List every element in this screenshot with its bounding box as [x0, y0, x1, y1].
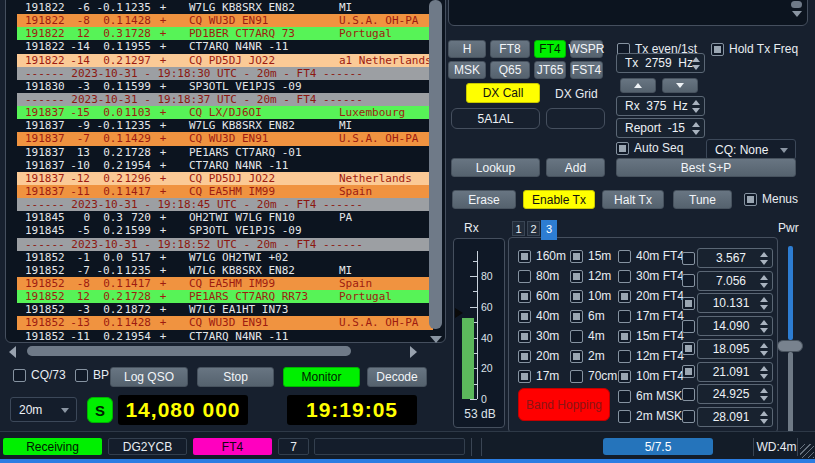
cq-select[interactable]: CQ: None [706, 139, 796, 160]
hop-freq-spin-arrows[interactable] [760, 366, 768, 379]
hop-freq-checkbox-28-091[interactable] [682, 410, 695, 424]
decode-row[interactable]: 191837-150.01103+CQ LX/DJ6OILuxembourg [17, 106, 433, 119]
decode-row[interactable]: 191852-110.21954+CT7ARQ N4NR -11 [17, 330, 433, 343]
spin-up-icon[interactable] [760, 343, 768, 348]
tx-freq-spin-arrows[interactable] [692, 57, 700, 70]
hop-freq-spinbox-10-131[interactable]: 10.131 [697, 293, 773, 313]
hop-freq-spin-arrows[interactable] [760, 320, 768, 333]
band-checkbox-4m[interactable]: 4m [570, 329, 605, 343]
band-checkbox-30m[interactable]: 30m [518, 329, 559, 343]
decode-row[interactable]: 191822-80.11428+CQ WU3D EN91U.S.A. OH-PA [17, 14, 433, 27]
band-select[interactable]: 20m [10, 397, 77, 422]
decode-row[interactable]: 191830-30.11599+SP3OTL VE1PJS -09 [17, 80, 433, 93]
resize-grip[interactable] [800, 444, 814, 458]
tab-1[interactable]: 1 [512, 221, 525, 236]
rx-freq-spin-arrows[interactable] [692, 100, 700, 113]
band-activity-vscrollbar[interactable] [429, 0, 442, 329]
decode-row[interactable]: 191852-10.0517+W7LG OH2TWI +02 [17, 251, 433, 264]
halt-tx-button[interactable]: Halt Tx [602, 190, 664, 209]
spin-up-icon[interactable] [760, 320, 768, 325]
decode-row[interactable]: 191845-50.21599+SP3OTL VE1PJS -09 [17, 224, 433, 237]
spin-up-icon[interactable] [760, 411, 768, 416]
pwr-slider[interactable] [777, 246, 803, 442]
dx-call-field[interactable]: 5A1AL [451, 108, 540, 129]
band-checkbox-12m[interactable]: 12m [570, 269, 611, 283]
mode-button-ft8[interactable]: FT8 [490, 40, 530, 58]
period-separator-row[interactable]: ------ 2023-10-31 - 19:18:37 UTC - 20m -… [17, 93, 433, 106]
hop-freq-spin-arrows[interactable] [760, 275, 768, 288]
band-checkbox-160m[interactable]: 160m [518, 249, 566, 263]
tab-3[interactable]: 3 [541, 220, 557, 237]
decode-row[interactable]: 191837-110.11417+CQ EA5HM IM99Spain [17, 185, 433, 198]
lookup-button[interactable]: Lookup [451, 158, 540, 177]
spin-down-icon[interactable] [692, 108, 700, 113]
spin-down-icon[interactable] [692, 130, 700, 135]
hop-freq-spinbox-7-056[interactable]: 7.056 [697, 271, 773, 291]
monitor-button[interactable]: Monitor [283, 367, 360, 387]
band-checkbox-40m[interactable]: 40m [518, 309, 559, 323]
mode-button-jt65[interactable]: JT65 [534, 61, 566, 79]
decode-row[interactable]: 191852-130.11428+CQ WU3D EN91U.S.A. OH-P… [17, 316, 433, 329]
period-separator-row[interactable]: ------ 2023-10-31 - 19:18:52 UTC - 20m -… [17, 238, 433, 251]
band-checkbox-6m[interactable]: 6m [570, 309, 605, 323]
erase-button[interactable]: Erase [452, 190, 516, 209]
hop-freq-spin-arrows[interactable] [760, 343, 768, 356]
band-checkbox-2m-msk[interactable]: 2m MSK [618, 409, 682, 423]
mode-button-msk[interactable]: MSK [448, 61, 486, 79]
band-checkbox-40m-ft4[interactable]: 40m FT4 [618, 249, 684, 263]
decode-row[interactable]: 191837-70.11429+CQ WU3D EN91U.S.A. OH-PA [17, 132, 433, 145]
hop-freq-spinbox-18-095[interactable]: 18.095 [697, 339, 773, 359]
bp-checkbox[interactable]: BP [75, 368, 109, 382]
spin-down-icon[interactable] [760, 419, 768, 424]
spin-down-icon[interactable] [760, 351, 768, 356]
hop-freq-checkbox-24-925[interactable] [682, 387, 695, 401]
band-checkbox-15m-ft4[interactable]: 15m FT4 [618, 329, 684, 343]
decode-row[interactable]: 191852120.21728+PE1ARS CT7ARQ RR73Portug… [17, 290, 433, 303]
hop-freq-checkbox-21-091[interactable] [682, 365, 695, 379]
band-checkbox-70cm[interactable]: 70cm [570, 369, 617, 383]
band-checkbox-60m[interactable]: 60m [518, 289, 559, 303]
hop-freq-spin-arrows[interactable] [760, 297, 768, 310]
spin-down-icon[interactable] [692, 65, 700, 70]
spin-up-icon[interactable] [692, 122, 700, 127]
decode-row[interactable]: 191822120.31728+PD1BER CT7ARQ 73Portugal [17, 27, 433, 40]
decode-row[interactable]: 191837-120.21296+CQ PD5DJ JO22Netherland… [17, 172, 433, 185]
band-checkbox-20m-ft4[interactable]: 20m FT4 [618, 289, 684, 303]
spin-up-icon[interactable] [692, 100, 700, 105]
hold-tx-freq-checkbox[interactable]: Hold Tx Freq [711, 42, 798, 56]
period-separator-row[interactable]: ------ 2023-10-31 - 19:18:30 UTC - 20m -… [17, 67, 433, 80]
decode-row[interactable]: 191852-7-0.11235+W7LG KB8SRX EN82MI [17, 264, 433, 277]
spin-down-icon[interactable] [760, 328, 768, 333]
report-spinbox[interactable]: Report -15 [616, 118, 705, 138]
hop-freq-spin-arrows[interactable] [760, 388, 768, 401]
decode-row[interactable]: 191837130.21728+PE1ARS CT7ARQ -01 [17, 146, 433, 159]
spin-down-icon[interactable] [760, 396, 768, 401]
decode-row[interactable]: 191852-30.21872+W7LG EA1HT IN73 [17, 303, 433, 316]
rx-freq-spinbox[interactable]: Rx 375 Hz [616, 96, 705, 116]
add-button[interactable]: Add [546, 158, 605, 177]
scroll-down-icon[interactable] [430, 336, 442, 343]
mode-button-fst4[interactable]: FST4 [570, 61, 603, 79]
decode-row[interactable]: 19184500.3720+OH2TWI W7LG FN10PA [17, 211, 433, 224]
log-qso-button[interactable]: Log QSO [110, 367, 188, 387]
rx-pane-scroll-down-icon[interactable] [792, 11, 802, 17]
band-checkbox-2m[interactable]: 2m [570, 349, 605, 363]
enable-tx-button[interactable]: Enable Tx [523, 190, 595, 209]
cq73-checkbox[interactable]: CQ/73 [13, 368, 66, 382]
tx-freq-spinbox[interactable]: Tx 2759 Hz [616, 53, 705, 73]
band-checkbox-20m[interactable]: 20m [518, 349, 559, 363]
spot-button[interactable]: S [87, 397, 113, 423]
band-checkbox-17m[interactable]: 17m [518, 369, 559, 383]
spin-up-icon[interactable] [760, 388, 768, 393]
period-separator-row[interactable]: ------ 2023-10-31 - 19:18:45 UTC - 20m -… [17, 198, 433, 211]
spin-down-icon[interactable] [760, 283, 768, 288]
hop-freq-spinbox-24-925[interactable]: 24.925 [697, 384, 773, 404]
tune-button[interactable]: Tune [673, 190, 732, 209]
scroll-left-icon[interactable] [9, 346, 16, 358]
decode-row[interactable]: 191837-9-0.11235+W7LG KB8SRX EN82MI [17, 119, 433, 132]
mode-button-ft4[interactable]: FT4 [534, 40, 566, 58]
freq-down-button[interactable] [662, 78, 698, 93]
dx-call-button[interactable]: DX Call [466, 83, 540, 103]
hop-freq-spin-arrows[interactable] [760, 252, 768, 265]
band-activity-hscrollbar[interactable] [27, 346, 351, 356]
